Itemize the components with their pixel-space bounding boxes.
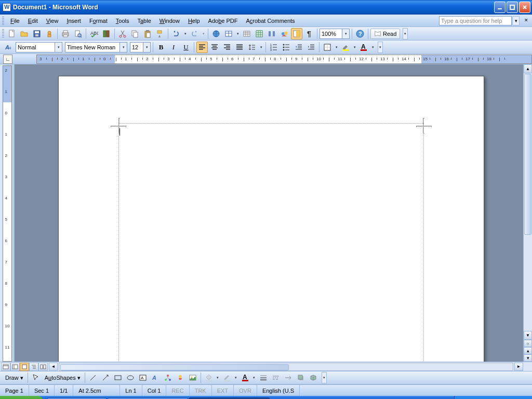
textbox-button[interactable]: A xyxy=(137,372,149,383)
highlight-button[interactable] xyxy=(340,42,351,53)
underline-button[interactable]: U xyxy=(180,42,192,53)
styles-pane-button[interactable]: A4 xyxy=(3,42,15,53)
font-color-button[interactable]: A xyxy=(358,42,369,53)
vertical-scrollbar[interactable]: ▲ ▼ ○ ▴ ▾ xyxy=(523,64,532,362)
web-layout-view-button[interactable] xyxy=(10,363,20,371)
status-language[interactable]: English (U.S xyxy=(257,385,300,396)
menu-insert[interactable]: Insert xyxy=(62,17,85,25)
menu-acrobat-comments[interactable]: Acrobat Comments xyxy=(242,17,299,25)
browse-object-button[interactable]: ○ xyxy=(524,340,532,347)
next-page-button[interactable]: ▾ xyxy=(524,354,532,362)
excel-button[interactable] xyxy=(254,28,265,39)
italic-button[interactable]: I xyxy=(168,42,179,53)
start-button[interactable]: start xyxy=(0,396,44,399)
document-map-button[interactable] xyxy=(291,28,302,39)
font-color-draw-dropdown[interactable]: ▾ xyxy=(252,372,257,383)
scroll-down-button[interactable]: ▼ xyxy=(524,331,532,340)
undo-dropdown[interactable]: ▾ xyxy=(183,28,188,39)
scroll-right-button[interactable]: ► xyxy=(514,363,523,371)
font-combo[interactable]: ▾ xyxy=(65,42,127,52)
hscroll-thumb[interactable] xyxy=(60,364,289,370)
menu-help[interactable]: Help xyxy=(184,17,204,25)
help-button[interactable]: ? xyxy=(354,28,366,39)
font-color-draw-button[interactable]: A xyxy=(240,372,251,383)
oval-button[interactable] xyxy=(125,372,136,383)
justify-button[interactable] xyxy=(234,42,245,53)
status-ext[interactable]: EXT xyxy=(212,385,234,396)
help-dropdown[interactable]: ▾ xyxy=(512,16,520,25)
style-dropdown[interactable]: ▾ xyxy=(55,42,62,52)
menu-tools[interactable]: Tools xyxy=(112,17,134,25)
size-dropdown[interactable]: ▾ xyxy=(143,42,151,52)
permission-button[interactable] xyxy=(44,28,55,39)
undo-button[interactable] xyxy=(170,28,182,39)
wordart-button[interactable]: A xyxy=(150,372,161,383)
menu-adobe-pdf[interactable]: Adobe PDF xyxy=(204,17,242,25)
redo-dropdown[interactable]: ▾ xyxy=(201,28,206,39)
clipart-button[interactable] xyxy=(175,372,186,383)
normal-view-button[interactable] xyxy=(1,363,10,371)
menu-file[interactable]: File xyxy=(6,17,24,25)
line-button[interactable] xyxy=(87,372,99,383)
border-button[interactable] xyxy=(322,42,333,53)
spelling-button[interactable]: ABC xyxy=(88,28,100,39)
toolbar-options[interactable]: ▾ xyxy=(403,28,408,39)
shadow-style-button[interactable] xyxy=(295,372,307,383)
dash-style-button[interactable] xyxy=(270,372,282,383)
cut-button[interactable] xyxy=(117,28,128,39)
line-style-button[interactable] xyxy=(258,372,269,383)
menu-table[interactable]: Table xyxy=(133,17,155,25)
align-left-button[interactable] xyxy=(196,42,208,53)
document-canvas[interactable] xyxy=(15,64,523,362)
copy-button[interactable] xyxy=(129,28,141,39)
align-center-button[interactable] xyxy=(209,42,220,53)
bullets-button[interactable] xyxy=(281,42,292,53)
3d-style-button[interactable] xyxy=(308,372,319,383)
close-button[interactable] xyxy=(519,2,530,13)
close-doc-button[interactable]: ✕ xyxy=(523,16,530,25)
redo-button[interactable] xyxy=(189,28,200,39)
scroll-up-button[interactable]: ▲ xyxy=(524,64,532,73)
line-spacing-dropdown[interactable]: ▾ xyxy=(259,42,263,53)
fill-color-button[interactable] xyxy=(203,372,215,383)
scroll-left-button[interactable]: ◄ xyxy=(49,363,58,371)
menu-view[interactable]: View xyxy=(42,17,63,25)
menu-format[interactable]: Format xyxy=(85,17,112,25)
status-ovr[interactable]: OVR xyxy=(234,385,257,396)
insert-picture-button[interactable] xyxy=(187,372,198,383)
document-page[interactable] xyxy=(58,76,484,362)
vertical-ruler[interactable]: 210123456789101112 xyxy=(3,65,12,362)
border-dropdown[interactable]: ▾ xyxy=(334,42,339,53)
minimize-button[interactable] xyxy=(494,2,506,13)
toolbar-options-3[interactable]: ▾ xyxy=(322,372,327,383)
paste-button[interactable] xyxy=(142,28,153,39)
fill-color-dropdown[interactable]: ▾ xyxy=(216,372,220,383)
scroll-thumb[interactable] xyxy=(524,74,531,235)
columns-button[interactable] xyxy=(266,28,277,39)
prev-page-button[interactable]: ▴ xyxy=(524,347,532,354)
bold-button[interactable]: B xyxy=(155,42,167,53)
horizontal-ruler[interactable]: 3210123456789101112131415161718 xyxy=(36,55,532,64)
zoom-dropdown[interactable]: ▾ xyxy=(342,29,350,39)
font-dropdown[interactable]: ▾ xyxy=(120,42,127,52)
size-input[interactable] xyxy=(130,42,143,52)
arrow-button[interactable] xyxy=(100,372,111,383)
print-preview-button[interactable] xyxy=(72,28,84,39)
hyperlink-button[interactable] xyxy=(210,28,222,39)
open-button[interactable] xyxy=(19,28,30,39)
font-input[interactable] xyxy=(65,42,120,52)
select-objects-button[interactable] xyxy=(30,372,42,383)
highlight-dropdown[interactable]: ▾ xyxy=(352,42,357,53)
draw-menu[interactable]: Draw ▾ xyxy=(3,374,25,382)
toolbar-grip[interactable] xyxy=(2,17,4,25)
maximize-button[interactable] xyxy=(507,2,518,13)
style-combo[interactable]: ▾ xyxy=(16,42,62,52)
status-rec[interactable]: REC xyxy=(166,385,189,396)
line-color-button[interactable] xyxy=(221,372,233,383)
zoom-input[interactable] xyxy=(320,29,342,39)
rectangle-button[interactable] xyxy=(112,372,124,383)
menu-window[interactable]: Window xyxy=(155,17,184,25)
status-trk[interactable]: TRK xyxy=(190,385,212,396)
numbering-button[interactable]: 123 xyxy=(268,42,280,53)
save-button[interactable] xyxy=(31,28,43,39)
